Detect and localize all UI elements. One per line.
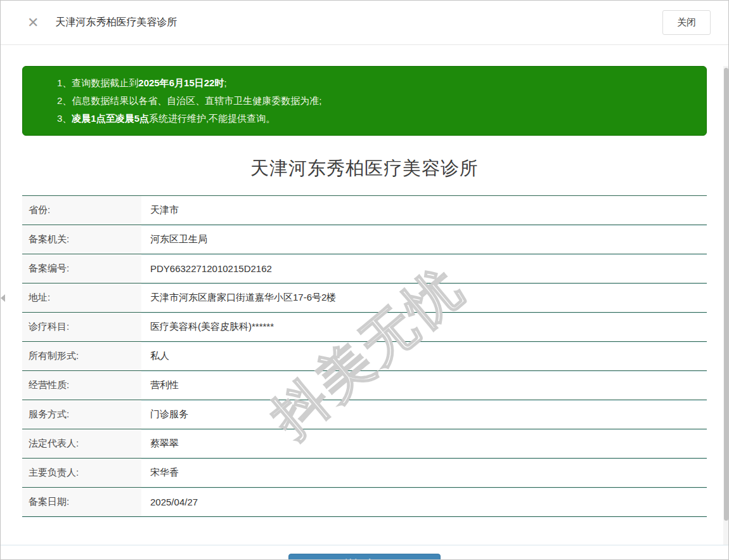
- scrollbar-thumb[interactable]: [724, 68, 728, 521]
- table-row: 经营性质: 营利性: [22, 371, 707, 400]
- row-label: 所有制形式:: [22, 342, 141, 370]
- modal-title: 天津河东秀柏医疗美容诊所: [55, 16, 177, 29]
- table-row: 地址: 天津市河东区唐家口街道嘉华小区17-6号2楼: [22, 283, 707, 313]
- row-value: 2025/04/27: [141, 488, 707, 516]
- notice-line: 2、信息数据结果以各省、自治区、直辖市卫生健康委数据为准;: [57, 92, 694, 110]
- row-value: 蔡翠翠: [141, 429, 707, 458]
- table-row: 备案日期: 2025/04/27: [22, 488, 707, 517]
- table-row: 备案编号: PDY66322712010215D2162: [22, 254, 707, 283]
- notice-box: 1、查询数据截止到2025年6月15日22时;2、信息数据结果以各省、自治区、直…: [22, 66, 707, 136]
- left-edge-arrow-icon: [1, 294, 5, 302]
- close-window-button[interactable]: 〖关闭窗口〗: [288, 554, 441, 560]
- modal-header: ✕ 天津河东秀柏医疗美容诊所 关闭: [1, 1, 728, 45]
- notice-line: 3、凌晨1点至凌晨5点系统进行维护,不能提供查询。: [57, 110, 694, 127]
- row-value: PDY66322712010215D2162: [141, 254, 707, 283]
- row-label: 省份:: [22, 196, 141, 225]
- row-value: 河东区卫生局: [141, 225, 707, 254]
- row-label: 诊疗科目:: [22, 313, 141, 341]
- row-label: 地址:: [22, 283, 141, 312]
- row-label: 法定代表人:: [22, 429, 141, 458]
- row-value: 私人: [141, 342, 707, 370]
- row-value: 天津市河东区唐家口街道嘉华小区17-6号2楼: [141, 283, 707, 312]
- row-label: 服务方式:: [22, 400, 141, 429]
- table-row: 主要负责人: 宋华香: [22, 459, 707, 488]
- modal-footer: 〖关闭窗口〗 ©本图由平台注册用户上传: [1, 545, 728, 560]
- close-icon[interactable]: ✕: [27, 16, 39, 30]
- modal-window: ✕ 天津河东秀柏医疗美容诊所 关闭 1、查询数据截止到2025年6月15日22时…: [0, 0, 729, 560]
- record-title: 天津河东秀柏医疗美容诊所: [1, 156, 728, 181]
- table-row: 省份: 天津市: [22, 196, 707, 225]
- notice-list: 1、查询数据截止到2025年6月15日22时;2、信息数据结果以各省、自治区、直…: [57, 74, 694, 127]
- row-label: 主要负责人:: [22, 459, 141, 487]
- record-table: 省份: 天津市 备案机关: 河东区卫生局 备案编号: PDY6632271201…: [22, 195, 707, 517]
- close-button[interactable]: 关闭: [662, 10, 711, 35]
- notice-line: 1、查询数据截止到2025年6月15日22时;: [57, 74, 694, 92]
- row-value: 天津市: [141, 196, 707, 225]
- table-row: 备案机关: 河东区卫生局: [22, 225, 707, 254]
- scrollbar-track[interactable]: [723, 66, 728, 545]
- table-row: 所有制形式: 私人: [22, 342, 707, 371]
- table-row: 法定代表人: 蔡翠翠: [22, 429, 707, 459]
- row-label: 备案编号:: [22, 254, 141, 283]
- row-value: 医疗美容科(美容皮肤科)******: [141, 313, 707, 341]
- row-label: 备案日期:: [22, 488, 141, 516]
- row-label: 经营性质:: [22, 371, 141, 400]
- row-value: 营利性: [141, 371, 707, 400]
- table-row: 服务方式: 门诊服务: [22, 400, 707, 429]
- row-value: 门诊服务: [141, 400, 707, 429]
- table-row: 诊疗科目: 医疗美容科(美容皮肤科)******: [22, 313, 707, 342]
- modal-content: 1、查询数据截止到2025年6月15日22时;2、信息数据结果以各省、自治区、直…: [1, 66, 728, 545]
- row-label: 备案机关:: [22, 225, 141, 254]
- row-value: 宋华香: [141, 459, 707, 487]
